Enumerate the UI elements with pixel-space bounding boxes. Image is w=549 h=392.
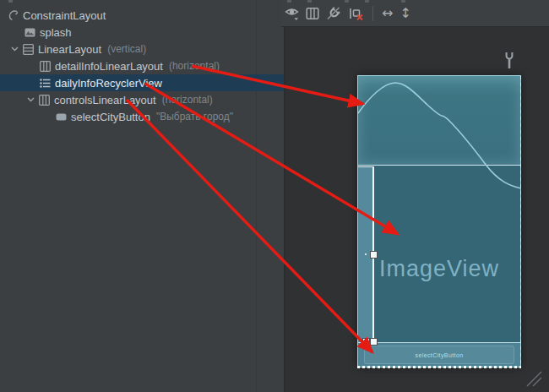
tree-item-dailyinforecyclerview[interactable]: dailyInfoRecyclerView [0, 74, 284, 91]
autoconnect-off-magnet-icon[interactable] [326, 5, 341, 22]
linear-layout-horizontal-icon [39, 60, 51, 72]
selection-dashed-border-bottom [357, 366, 521, 368]
layout-editor: ConstraintLayout splash LinearLayout (ve… [0, 0, 549, 392]
button-icon [55, 111, 67, 122]
cutoff-icon-remnant [345, 0, 349, 3]
linear-layout-horizontal-icon [38, 94, 50, 106]
wrench-icon[interactable] [504, 52, 514, 73]
cutoff-icon-remnant [8, 0, 13, 3]
tree-item-label: splash [40, 26, 72, 39]
tree-item-label: dailyInfoRecyclerView [55, 77, 162, 90]
constraint-anchor-dot [365, 253, 367, 255]
toolbar-separator [372, 6, 373, 21]
design-toolbar: ↔ ↕ [281, 0, 549, 27]
cutoff-icon-remnant [307, 0, 312, 3]
device-preview[interactable]: ImageView selectCityButton [357, 75, 521, 368]
imageview-label: ImageView [358, 256, 520, 282]
tree-item-annotation: (vertical) [107, 43, 146, 55]
tree-item-label: selectCityButton [71, 111, 150, 123]
curve-graphic [358, 76, 520, 194]
chevron-down-icon[interactable] [23, 97, 38, 102]
view-options-eye-icon[interactable] [285, 5, 299, 22]
tree-item-splash[interactable]: splash [0, 24, 284, 41]
expand-horizontally-icon[interactable]: ↔ [382, 5, 393, 22]
resize-handle-right-mid[interactable] [370, 251, 378, 259]
tree-item-linearlayout[interactable]: LinearLayout (vertical) [0, 41, 284, 57]
show-columns-icon[interactable] [306, 5, 319, 22]
tree-item-label: LinearLayout [38, 43, 101, 56]
recycler-view-icon [39, 77, 51, 89]
cutoff-icon-remnant [365, 0, 369, 3]
expand-vertically-icon[interactable]: ↕ [400, 5, 410, 22]
surface-resize-grip[interactable] [524, 368, 542, 390]
tree-item-selectcitybutton[interactable]: selectCityButton "Выбрать город" [0, 108, 284, 125]
constraint-layout-icon [7, 9, 19, 21]
image-icon [24, 26, 35, 38]
select-city-button[interactable]: selectCityButton [364, 346, 514, 364]
resize-handle-bottom-mid[interactable] [362, 338, 370, 346]
clear-all-constraints-icon[interactable] [348, 5, 364, 22]
cutoff-icon-remnant [287, 0, 291, 3]
tree-item-detailinfolinearlayout[interactable]: detailInfoLinearLayout (horizontal) [0, 57, 284, 74]
tree-item-annotation: (horizontal) [162, 94, 213, 106]
cutoff-icon-remnant [401, 0, 405, 3]
tree-item-label: detailInfoLinearLayout [55, 60, 163, 73]
linear-layout-vertical-icon [22, 43, 34, 55]
tree-item-annotation: (horizontal) [169, 60, 220, 72]
tree-item-controlslinearlayout[interactable]: controlsLinearLayout (horizontal) [0, 91, 284, 108]
component-tree-panel: ConstraintLayout splash LinearLayout (ve… [0, 0, 285, 392]
tree-item-constraintlayout[interactable]: ConstraintLayout [0, 7, 284, 24]
tree-item-label: ConstraintLayout [23, 9, 106, 22]
tree-item-label: controlsLinearLayout [54, 94, 156, 106]
controls-bar[interactable]: selectCityButton [358, 342, 520, 367]
tree-item-annotation: "Выбрать город" [156, 111, 233, 122]
resize-handle-bottom-right[interactable] [370, 338, 378, 346]
selection-dashed-border-right [520, 76, 521, 368]
chevron-down-icon[interactable] [7, 46, 22, 52]
